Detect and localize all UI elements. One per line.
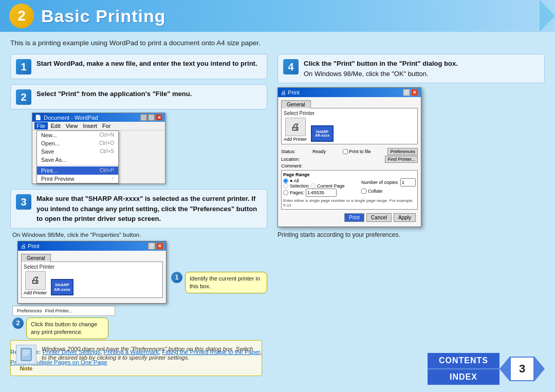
wp-maximize-btn[interactable]: □ [148,114,155,121]
step1-block: 1 Start WordPad, make a new file, and en… [10,54,267,79]
menu-saveas[interactable]: Save As... [37,156,118,164]
pd-copies-row: Number of copies: [361,178,416,186]
format-menu[interactable]: For [100,122,113,129]
note-icon [16,345,36,364]
add-printer-label: Add Printer [24,290,47,295]
pd-close-btn[interactable]: ✕ [156,242,163,250]
step4-number: 4 [283,59,299,74]
step2-block: 2 Select "Print" from the application's … [10,84,267,109]
pd-collate-checkbox[interactable] [361,189,366,194]
step1-number: 1 [16,59,31,74]
insert-menu[interactable]: Insert [81,122,99,129]
pd-large-help-btn[interactable]: ? [403,89,410,96]
callout1-text: Identify the current printer in this box… [185,272,267,294]
footer-arrow-left-icon[interactable] [499,357,510,381]
wp-minimize-btn[interactable]: _ [140,114,147,121]
pd-print-to-file-label: Print to file [343,149,371,154]
step4-block: 4 Click the "Print" button in the "Print… [278,54,545,238]
right-column: 4 Click the "Print" button in the "Print… [278,54,545,335]
pd-select-printer-label: Select Printer [24,264,160,270]
left-column: 1 Start WordPad, make a new file, and en… [10,54,267,335]
pd-range-copies-row: ● All Selection Current Page [283,178,416,197]
pd-general-tab[interactable]: General [21,254,51,262]
pd-print-button[interactable]: Print [344,213,364,222]
footer-page-number: 3 [510,357,534,381]
menu-print[interactable]: Print...Ctrl+P [37,166,118,175]
add-printer-item[interactable]: 🖨 Add Printer [24,271,47,295]
pd-copies-section: Number of copies: Collate [361,178,416,197]
pd-status-label: Status: [281,149,295,154]
pd-select-printer-section: Select Printer 🖨 Add Printer SHARPAR-xxx… [21,262,163,298]
footer-nav: CONTENTS INDEX 3 [428,353,545,385]
pd-large-printer-section-title: Select Printer [284,110,415,116]
large-sharp-printer[interactable]: SHARPAR-xxxx [311,125,334,142]
sharp-printer-item[interactable]: SHARPAR-xxxx [51,279,73,295]
sharp-printer-icon: SHARPAR-xxxx [51,279,73,295]
step4-text: Click the "Print" button in the "Print" … [304,59,458,79]
view-menu[interactable]: View [64,122,80,129]
menu-new[interactable]: New...Ctrl+N [37,131,118,139]
pd-large-general-tab[interactable]: General [281,100,311,108]
pd-print-to-file-checkbox[interactable] [343,149,348,154]
intro-text: This is a printing example using WordPad… [10,39,545,47]
main-content: This is a printing example using WordPad… [0,32,555,392]
note-box: Note Windows 2000 does not have the "Pre… [10,340,262,376]
pd-large-content: General Select Printer 🖨 Add Printer [278,97,421,227]
step3-number: 3 [16,194,31,210]
pd-pages-input[interactable] [306,189,337,197]
large-add-printer[interactable]: 🖨 Add Printer [284,118,307,142]
pd-status-row: Status: Ready Print to file Preferences … [281,146,418,170]
pd-all-radio-input[interactable] [283,178,288,183]
add-printer-icon: 🖨 [25,271,46,290]
step3-prefs-row: Preferences Find Printer... [12,306,115,316]
menu-save[interactable]: SaveCtrl+S [37,147,118,156]
footer-index-btn[interactable]: INDEX [428,368,499,385]
svg-rect-1 [23,350,30,351]
edit-menu[interactable]: Edit [49,122,63,129]
file-menu[interactable]: File [34,122,48,129]
callout2-badge: 2 [12,318,24,329]
pd-find-printer-button[interactable]: Find Printer... [385,156,418,163]
step1-text: Start WordPad, make a new file, and ente… [36,59,257,69]
step3-block: 3 Make sure that "SHARP AR-xxxx" is sele… [10,189,267,229]
large-add-printer-icon: 🖨 [285,118,306,136]
callout1-badge: 1 [171,272,182,283]
pd-collate-row: Collate [361,189,416,194]
pd-pages-radio-input[interactable] [283,190,288,195]
pd-preferences-btn[interactable]: Preferences [387,148,418,155]
menu-printpreview[interactable]: Print Preview↑ [37,175,118,183]
pd-location-row: Location: Find Printer... [281,156,418,163]
menu-open[interactable]: Open...Ctrl+O [37,139,118,147]
wordpad-menubar: File Edit View Insert For [32,122,165,130]
callout1-container: 1 Identify the current printer in this b… [171,272,267,294]
print-dialog-large: 🖨 Print ? ✕ General Select Printer [278,87,421,227]
pd-large-select-printer: Select Printer 🖨 Add Printer SHARPAR-xxx… [281,108,418,144]
pd-large-title: 🖨 Print [281,89,300,96]
pd-currentpage-radio-input[interactable] [310,183,316,189]
pd-printer-row: 🖨 Add Printer SHARPAR-xxxx [24,271,160,295]
wordpad-screenshot: 📄 Document - WordPad _ □ ✕ File Edit Vie… [32,113,165,184]
wp-close-btn[interactable]: ✕ [156,114,162,121]
pd-copies-input[interactable] [400,178,416,186]
pd-range-options: ● All Selection Current Page [283,178,345,197]
pd-footer-buttons: Print Cancel Apply [281,212,418,223]
footer-contents-btn[interactable]: CONTENTS [428,353,499,368]
pd-apply-button[interactable]: Apply [394,213,416,222]
step3-container: 3 Make sure that "SHARP AR-xxxx" is sele… [10,189,267,339]
pd-help-btn[interactable]: ? [148,242,155,250]
pd-cancel-button[interactable]: Cancel [366,213,392,222]
pd-small-title: 🖨 Print [21,243,40,249]
pd-large-close-btn[interactable]: ✕ [411,89,418,96]
pd-selection-radio: Selection Current Page [283,183,345,189]
page-title: Basic Printing [41,6,166,26]
pd-small-content: General Select Printer 🖨 Add Printer [18,251,166,303]
sharp-printer-name: SHARPAR-xxxx [54,283,70,292]
footer-arrow-right-icon[interactable] [534,357,545,381]
page-header: 2 Basic Printing [0,0,555,32]
pd-comment-row: Comment: [281,163,418,169]
pd-pages-radio: Pages: [283,189,345,197]
pd-selection-radio-input[interactable] [283,183,288,189]
step2-container: 2 Select "Print" from the application's … [10,84,267,184]
menu-divider [37,165,118,165]
callout2-container: 2 Click this button to change any print … [12,318,267,340]
